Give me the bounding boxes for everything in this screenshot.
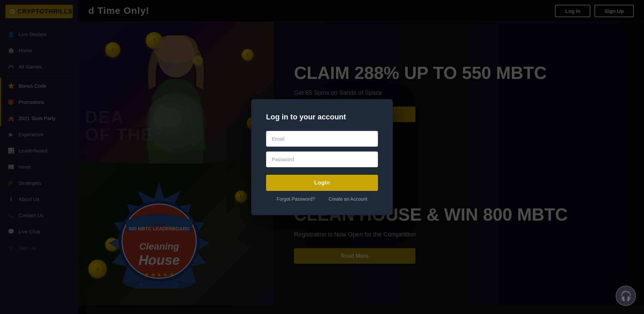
- live-chat-fab[interactable]: 🎧: [616, 286, 636, 306]
- live-chat-icon: 🎧: [620, 290, 632, 302]
- login-modal: Log in to your account Login Forgot Pass…: [251, 99, 393, 215]
- create-account-link[interactable]: Create an Account: [328, 196, 367, 202]
- password-input[interactable]: [266, 151, 378, 167]
- modal-title: Log in to your account: [266, 113, 378, 121]
- email-input[interactable]: [266, 131, 378, 147]
- modal-login-button[interactable]: Login: [266, 175, 378, 191]
- modal-links: Forgot Password? Create an Account: [266, 196, 378, 202]
- forgot-password-link[interactable]: Forgot Password?: [277, 196, 315, 202]
- modal-overlay[interactable]: Log in to your account Login Forgot Pass…: [0, 0, 644, 314]
